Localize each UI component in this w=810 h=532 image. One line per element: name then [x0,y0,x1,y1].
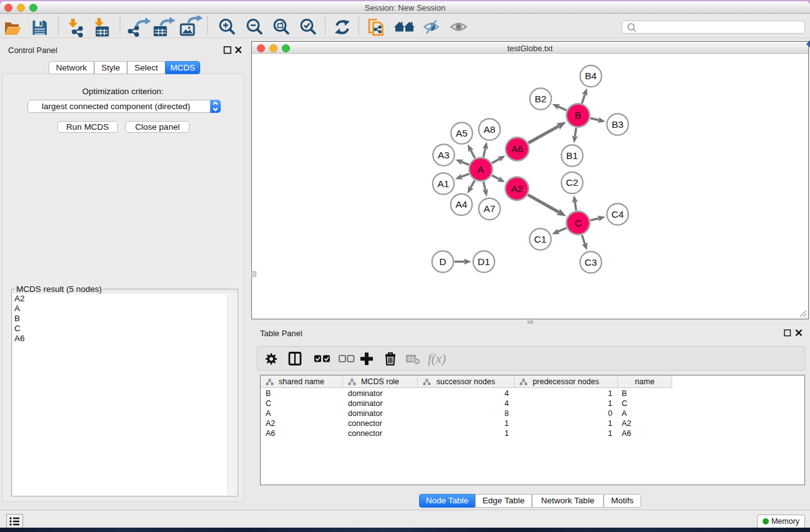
svg-text:A8: A8 [484,124,496,135]
svg-text:A4: A4 [456,199,468,210]
svg-text:A5: A5 [456,128,468,138]
svg-text:C3: C3 [585,257,597,268]
svg-text:D1: D1 [478,256,490,267]
svg-text:B3: B3 [612,119,624,130]
svg-text:B2: B2 [535,94,547,104]
svg-text:B: B [575,110,581,120]
svg-text:C1: C1 [534,234,547,244]
svg-text:A7: A7 [484,203,496,214]
svg-text:A1: A1 [438,178,450,189]
svg-text:C4: C4 [612,209,624,220]
svg-text:f(x): f(x) [428,351,446,366]
svg-text:A3: A3 [438,150,450,160]
svg-text:D: D [439,256,446,267]
svg-text:B1: B1 [566,150,578,161]
svg-text:A2: A2 [511,183,523,194]
svg-text:C: C [574,218,581,228]
svg-text:B4: B4 [585,70,597,81]
svg-text:A: A [478,164,485,175]
svg-text:A6: A6 [511,143,523,154]
svg-text:C2: C2 [566,177,579,188]
